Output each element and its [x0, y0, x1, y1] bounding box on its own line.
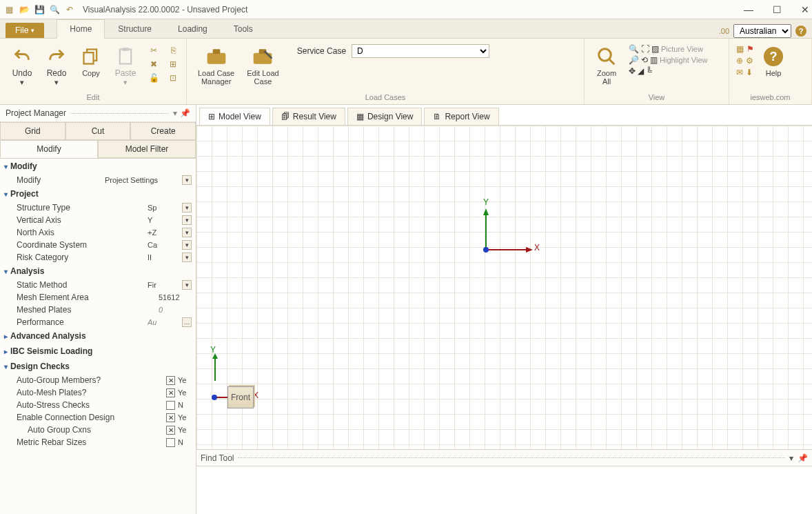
section-advanced-label: Advanced Analysis: [10, 331, 86, 341]
prop-modify-val: Project Settings: [105, 176, 181, 184]
section-project[interactable]: ▾Project: [0, 186, 196, 201]
section-ibc[interactable]: ▸IBC Seismic Loading: [0, 344, 196, 359]
section-design[interactable]: ▾Design Checks: [0, 359, 196, 374]
prop-coord-dd[interactable]: ▾: [182, 240, 192, 250]
delete-icon[interactable]: ✖: [148, 58, 160, 70]
units-dropdown[interactable]: Australian: [733, 24, 791, 38]
report-view-icon: 🗎: [433, 112, 441, 121]
help-button[interactable]: ? Help: [758, 44, 789, 79]
prop-agm-cb[interactable]: [166, 376, 175, 385]
prop-risk-dd[interactable]: ▾: [182, 253, 192, 262]
prop-static-dd[interactable]: ▾: [182, 280, 192, 290]
tab-home[interactable]: Home: [57, 19, 105, 39]
rotate-icon[interactable]: ⟲: [641, 55, 648, 65]
view-tab-result[interactable]: 🗐Result View: [272, 108, 345, 125]
prop-structuretype-val: Sp: [148, 204, 181, 212]
edit-load-case-button[interactable]: Edit Load Case: [243, 44, 283, 87]
view-x-label: X: [253, 391, 258, 400]
section-modify-label: Modify: [10, 161, 37, 171]
zoom-in-icon[interactable]: 🔍: [629, 44, 639, 54]
misc3-icon[interactable]: ⊡: [167, 72, 179, 84]
pm-tab-grid[interactable]: Grid: [0, 122, 65, 140]
prop-ecd-key: Enable Connection Design: [17, 413, 166, 422]
ies-icon4[interactable]: ⚙: [746, 56, 753, 66]
zoom-region-icon[interactable]: ▨: [651, 44, 659, 54]
pm-close-icon[interactable]: 📌: [180, 108, 190, 118]
prop-ecd-cb[interactable]: [166, 413, 175, 422]
bars-icon[interactable]: ▥: [650, 55, 658, 65]
zoom-fit-icon[interactable]: ⛶: [641, 44, 649, 54]
zoom-all-button[interactable]: Zoom All: [591, 44, 622, 87]
load-case-manager-button[interactable]: Load Case Manager: [194, 44, 238, 87]
model-canvas[interactable]: Y X Y X Front: [196, 126, 812, 449]
qat-open-icon[interactable]: 📂: [18, 3, 30, 16]
section-modify[interactable]: ▾Modify: [0, 159, 196, 174]
view-tab-model[interactable]: ⊞Model View: [199, 108, 270, 125]
prop-naxis-key: North Axis: [17, 228, 148, 237]
file-menu-button[interactable]: File: [6, 23, 44, 38]
pm-tab-modify[interactable]: Modify: [0, 140, 98, 158]
axis-icon[interactable]: ╚: [646, 66, 652, 76]
view-tab-report[interactable]: 🗎Report View: [424, 108, 498, 125]
maximize-icon[interactable]: ☐: [773, 4, 782, 15]
qat-print-icon[interactable]: 🔍: [48, 3, 61, 16]
edit-loadcase-label: Edit Load Case: [247, 69, 278, 86]
qat-save-icon[interactable]: 💾: [33, 3, 45, 16]
pm-pin-icon[interactable]: ▾: [173, 108, 177, 118]
redo-button[interactable]: Redo▾: [41, 44, 72, 88]
prop-perf-btn[interactable]: …: [182, 317, 192, 327]
find-tool-dropdown-icon[interactable]: ▾: [789, 453, 793, 463]
cut-icon[interactable]: ✂: [148, 44, 160, 57]
pan-icon[interactable]: ✥: [629, 66, 636, 76]
ies-icon6[interactable]: ⬇: [746, 68, 753, 77]
prop-agc-cb[interactable]: [166, 426, 175, 435]
prop-structuretype-dd[interactable]: ▾: [182, 203, 192, 212]
misc2-icon[interactable]: ⊞: [167, 58, 179, 70]
highlight-view-label[interactable]: Highlight View: [660, 56, 708, 64]
tab-tools[interactable]: Tools: [221, 19, 266, 38]
decimals-icon[interactable]: .00: [719, 27, 729, 35]
pm-tab-create[interactable]: Create: [130, 122, 196, 140]
qat-undo-icon[interactable]: ↶: [63, 3, 76, 16]
find-icon[interactable]: 🔓: [148, 72, 160, 84]
close-icon[interactable]: ✕: [801, 4, 809, 15]
section-advanced[interactable]: ▸Advanced Analysis: [0, 328, 196, 344]
view-tab-design[interactable]: ▦Design View: [347, 108, 422, 125]
view-cube[interactable]: Front: [227, 386, 254, 408]
tab-loading[interactable]: Loading: [165, 19, 221, 38]
pm-tab-cut[interactable]: Cut: [65, 122, 131, 140]
qat-new-icon[interactable]: ▦: [3, 3, 15, 16]
service-case-dropdown[interactable]: D: [352, 44, 489, 58]
zoom-out-icon[interactable]: 🔎: [629, 55, 639, 65]
ies-icon1[interactable]: ▦: [736, 44, 744, 54]
prop-asc-cb[interactable]: [166, 401, 175, 410]
picture-view-label[interactable]: Picture View: [661, 45, 703, 53]
prop-modify-dropdown[interactable]: ▾: [182, 175, 192, 185]
help-icon[interactable]: ?: [795, 26, 806, 37]
angle-icon[interactable]: ◢: [638, 66, 644, 76]
prop-amp-cb[interactable]: [166, 388, 175, 397]
misc1-icon[interactable]: ⎘: [167, 44, 179, 57]
tab-structure[interactable]: Structure: [105, 19, 165, 38]
copy-button[interactable]: Copy: [76, 44, 106, 79]
ies-icon3[interactable]: ⊕: [736, 56, 743, 66]
ies-icon2[interactable]: ⚑: [747, 44, 754, 54]
view-tab-report-label: Report View: [445, 112, 489, 121]
redo-label: Redo: [47, 68, 67, 78]
undo-button[interactable]: Undo▾: [7, 44, 37, 88]
svg-rect-1: [84, 52, 94, 63]
prop-vaxis-dd[interactable]: ▾: [182, 215, 192, 225]
ies-icon5[interactable]: ✉: [736, 68, 743, 77]
section-analysis[interactable]: ▾Analysis: [0, 264, 196, 279]
minimize-icon[interactable]: —: [744, 4, 753, 15]
pm-tab-filter[interactable]: Model Filter: [98, 140, 196, 158]
svg-point-8: [599, 49, 611, 61]
prop-naxis-dd[interactable]: ▾: [182, 228, 192, 237]
zoom-all-label: Zoom All: [597, 69, 616, 86]
prop-mrs-cb[interactable]: [166, 438, 175, 447]
find-tool-pin-icon[interactable]: 📌: [798, 453, 808, 463]
find-tool-body: [196, 466, 812, 514]
prop-coord-key: Coordinate System: [17, 240, 148, 250]
group-loadcases-label: Load Cases: [194, 93, 577, 103]
canvas-grid: [196, 126, 812, 449]
